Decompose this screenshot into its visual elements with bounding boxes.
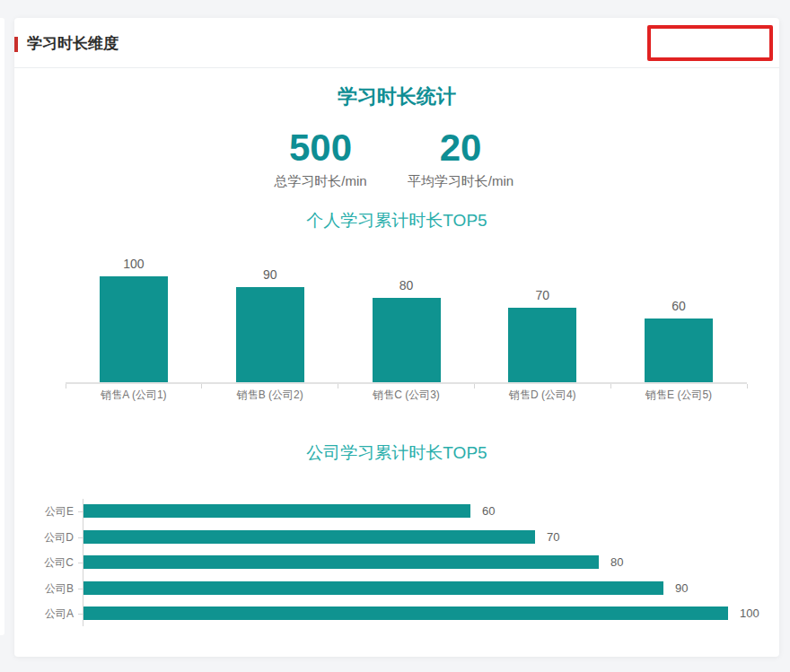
- stat-total-duration: 500 总学习时长/min: [253, 127, 388, 190]
- hbar-公司E: [83, 504, 470, 518]
- vbar-销售C (公司3): [373, 298, 441, 382]
- hbar-category-label: 公司A: [14, 606, 74, 622]
- red-accent-bar: [14, 37, 18, 52]
- hbar-category-label: 公司D: [14, 529, 74, 545]
- vbar-销售E (公司5): [645, 319, 713, 382]
- vbar-category-label: 销售C (公司3): [338, 388, 475, 402]
- vbar-value-label: 90: [202, 267, 338, 282]
- hbar-公司B: [83, 581, 663, 595]
- stat-average-value: 20: [393, 127, 528, 169]
- annotation-highlight-box: [647, 25, 773, 61]
- hbar-公司C: [83, 555, 599, 569]
- x-axis-line: [66, 382, 747, 384]
- stats-title: 学习时长统计: [14, 83, 779, 110]
- stat-total-value: 500: [253, 127, 388, 169]
- stat-average-duration: 20 平均学习时长/min: [393, 127, 528, 190]
- hbar-value-label: 70: [547, 529, 559, 545]
- personal-top5-chart: 100销售A (公司1)90销售B (公司2)80销售C (公司3)70销售D …: [66, 260, 747, 413]
- vbar-销售A (公司1): [100, 276, 168, 382]
- vbar-category-label: 销售E (公司5): [610, 388, 747, 402]
- y-axis-tick: [78, 537, 83, 538]
- y-axis-tick: [78, 614, 83, 615]
- stats-row: 500 总学习时长/min 20 平均学习时长/min: [14, 127, 779, 190]
- learning-duration-card: 学习时长维度 学习时长统计 500 总学习时长/min 20 平均学习时长/mi…: [14, 18, 779, 657]
- vbar-category-label: 销售D (公司4): [474, 388, 610, 402]
- y-axis-tick: [78, 511, 83, 512]
- vbar-销售D (公司4): [508, 308, 576, 382]
- personal-top5-title: 个人学习累计时长TOP5: [14, 209, 779, 232]
- vbar-value-label: 70: [474, 288, 610, 302]
- vbar-value-label: 80: [338, 278, 475, 292]
- hbar-category-label: 公司E: [14, 503, 74, 519]
- adjacent-card-edge: [0, 18, 4, 635]
- vbar-销售B (公司2): [236, 287, 304, 382]
- vbar-value-label: 100: [66, 257, 202, 271]
- stat-total-label: 总学习时长/min: [253, 172, 388, 190]
- hbar-公司A: [83, 607, 728, 620]
- section-title: 学习时长维度: [27, 35, 118, 53]
- company-top5-title: 公司学习累计时长TOP5: [14, 441, 779, 465]
- hbar-value-label: 100: [740, 606, 759, 622]
- vbar-category-label: 销售A (公司1): [66, 388, 202, 402]
- stat-average-label: 平均学习时长/min: [393, 172, 528, 190]
- y-axis-tick: [78, 589, 83, 589]
- hbar-category-label: 公司B: [14, 580, 74, 597]
- vbar-category-label: 销售B (公司2): [202, 388, 338, 402]
- page-background: 学习时长维度 学习时长统计 500 总学习时长/min 20 平均学习时长/mi…: [0, 0, 790, 672]
- card-header: 学习时长维度: [14, 18, 779, 68]
- vbar-value-label: 60: [610, 299, 747, 313]
- hbar-category-label: 公司C: [14, 554, 74, 571]
- hbar-value-label: 90: [675, 580, 688, 597]
- hbar-value-label: 60: [482, 503, 495, 519]
- y-axis-tick: [78, 563, 83, 563]
- hbar-value-label: 80: [610, 554, 623, 571]
- company-top5-chart: 公司E60公司D70公司C80公司B90公司A100: [14, 493, 779, 650]
- hbar-公司D: [83, 530, 535, 544]
